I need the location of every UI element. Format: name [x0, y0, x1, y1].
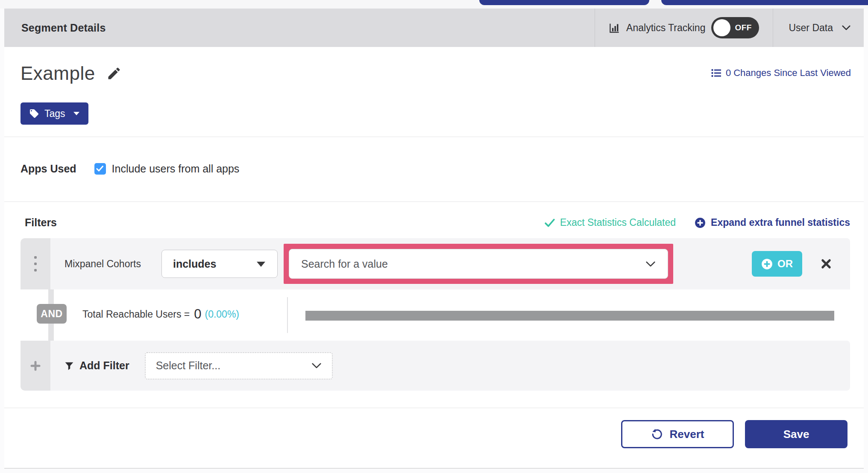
chevron-down-icon [311, 362, 322, 369]
toggle-state-label: OFF [735, 23, 752, 32]
add-or-condition-button[interactable]: OR [752, 251, 802, 277]
include-all-apps-label: Include users from all apps [112, 163, 240, 175]
operator-select[interactable]: includes [161, 250, 278, 278]
exact-statistics-status: Exact Statistics Calculated [545, 217, 676, 228]
value-search-placeholder: Search for a value [301, 258, 388, 270]
top-strip [0, 0, 868, 9]
remove-filter-icon[interactable] [820, 258, 832, 270]
header-bar: Segment Details Analytics Tracking OFF U… [4, 9, 864, 47]
select-filter-dropdown[interactable]: Select Filter... [145, 352, 333, 380]
changes-since-last-viewed-link[interactable]: 0 Changes Since Last Viewed [711, 67, 851, 79]
add-filter-label-group: Add Filter [65, 359, 129, 372]
select-filter-placeholder: Select Filter... [156, 359, 220, 372]
revert-button-label: Revert [670, 428, 704, 441]
cutoff-tab-button-right[interactable] [661, 0, 868, 5]
footer-actions: Revert Save [4, 408, 864, 468]
caret-down-icon [73, 111, 80, 116]
filters-header: Filters Exact Statistics Calculated Expa… [21, 216, 850, 229]
page-title: Segment Details [4, 22, 595, 34]
filter-field-label: Mixpanel Cohorts [65, 258, 141, 270]
analytics-tracking-control: Analytics Tracking OFF [595, 9, 773, 47]
filters-title: Filters [25, 216, 57, 229]
include-all-apps-checkbox[interactable] [94, 163, 106, 175]
caret-down-icon [256, 261, 266, 267]
user-data-dropdown[interactable]: User Data [773, 9, 864, 47]
bar-chart-icon [609, 22, 620, 34]
include-all-apps-option: Include users from all apps [94, 163, 240, 175]
drag-handle[interactable] [21, 238, 50, 289]
highlight-annotation: Search for a value [284, 244, 673, 284]
apps-used-label: Apps Used [21, 163, 76, 175]
analytics-tracking-label: Analytics Tracking [626, 22, 705, 34]
drag-dot [34, 269, 37, 272]
plus-circle-icon [761, 258, 773, 270]
apps-used-section: Apps Used Include users from all apps [4, 137, 864, 201]
exact-statistics-label: Exact Statistics Calculated [560, 217, 676, 228]
reachable-users-value: 0 [194, 307, 201, 322]
revert-button[interactable]: Revert [621, 420, 734, 448]
toggle-knob [713, 19, 730, 36]
reachable-users-percent: (0.00%) [205, 309, 239, 320]
add-filter-label: Add Filter [79, 359, 129, 372]
revert-arrow-icon [651, 428, 663, 440]
add-filter-row: Add Filter Select Filter... [21, 341, 850, 391]
title-section: Example 0 Changes Since Last Viewed Tags [4, 47, 864, 137]
chevron-down-icon [842, 25, 851, 31]
analytics-tracking-toggle[interactable]: OFF [711, 17, 759, 38]
list-icon [711, 68, 721, 78]
reachable-users-progress-bar [305, 311, 834, 321]
drag-dot [34, 256, 37, 259]
plus-circle-icon [695, 217, 706, 228]
segment-name: Example [21, 63, 95, 84]
filters-section: Filters Exact Statistics Calculated Expa… [4, 202, 864, 408]
operator-value: includes [173, 258, 216, 270]
total-reachable-users: Total Reachable Users = 0 (0.00%) [82, 302, 239, 326]
filter-row-content: Mixpanel Cohorts includes Search for a v… [50, 238, 850, 289]
drag-dot [34, 263, 37, 265]
expand-funnel-statistics-label: Expand extra funnel statistics [711, 217, 850, 228]
filter-and-row: AND Total Reachable Users = 0 (0.00%) [21, 289, 850, 341]
user-data-label: User Data [789, 22, 833, 34]
filter-row: Mixpanel Cohorts includes Search for a v… [21, 238, 850, 289]
segment-details-panel: Segment Details Analytics Tracking OFF U… [4, 9, 864, 469]
and-badge: AND [37, 304, 67, 324]
changes-link-label: 0 Changes Since Last Viewed [726, 67, 851, 79]
cutoff-tab-button-left[interactable] [479, 0, 649, 5]
reachable-users-label: Total Reachable Users = [82, 309, 190, 320]
funnel-icon [65, 361, 74, 371]
chevron-down-icon [645, 261, 656, 267]
vertical-divider [287, 297, 288, 333]
filters-header-right: Exact Statistics Calculated Expand extra… [545, 217, 850, 228]
check-icon [545, 219, 555, 227]
tag-icon [29, 108, 39, 119]
add-filter-content: Add Filter Select Filter... [50, 341, 850, 391]
edit-pencil-icon[interactable] [106, 66, 122, 81]
add-filter-plus-handle[interactable] [21, 341, 50, 391]
expand-funnel-statistics-link[interactable]: Expand extra funnel statistics [695, 217, 850, 228]
save-button[interactable]: Save [745, 420, 847, 448]
tags-button-label: Tags [44, 108, 65, 120]
or-button-label: OR [777, 258, 793, 270]
tags-button[interactable]: Tags [21, 102, 88, 125]
value-search-select[interactable]: Search for a value [289, 249, 668, 279]
